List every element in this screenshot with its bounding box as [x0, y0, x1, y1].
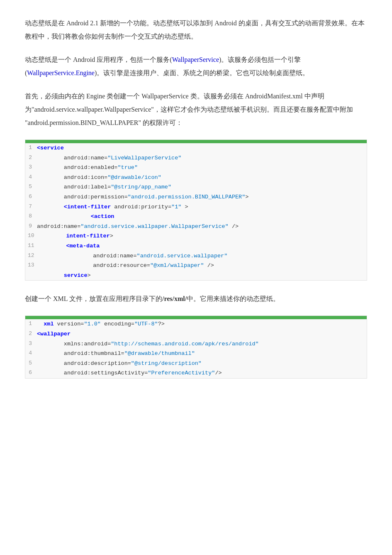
code2-content-4: android:thumbnail="@drawable/thumbnail" — [37, 349, 367, 358]
paragraph-1: 动态壁纸是在 Android 2.1 新增的一个功能。动态壁纸可以添加到 And… — [25, 17, 367, 43]
code-content-9: android:name="android.service.wallpaper.… — [37, 222, 367, 231]
para2-text-3: )。该引擎是连接用户、桌面、系统之间的桥梁。它也可以绘制桌面壁纸。 — [95, 69, 309, 76]
paragraph-2: 动态壁纸是一个 Android 应用程序，包括一个服务(WallpaperSer… — [25, 53, 367, 80]
code2-line-5: 5 android:description="@string/descripti… — [25, 359, 367, 369]
paragraph-3: 首先，必须由内在的 Engine 类创建一个 WallpaperService … — [25, 90, 367, 130]
code-line-2: 2 android:name="LiveWallpaperService" — [25, 153, 367, 163]
code-content-12: android:name="android.service.wallpaper" — [39, 252, 367, 261]
code-block-header-1 — [25, 140, 367, 143]
code-block-1: 1 <service 2 android:name="LiveWallpaper… — [25, 139, 367, 281]
code-line-9: 9 android:name="android.service.wallpape… — [25, 222, 367, 232]
para-after-text-2: 中。它用来描述你的动态壁纸。 — [187, 295, 280, 302]
para2-text-1: 动态壁纸是一个 Android 应用程序，包括一个服务( — [25, 56, 172, 63]
code-line-3: 3 android:enabled="true" — [25, 163, 367, 173]
code-content-4: android:icon="@drawable/icon" — [37, 173, 367, 182]
code2-num-5: 5 — [25, 359, 37, 368]
code-content-8: <action — [37, 212, 367, 221]
code-line-8: 8 <action — [25, 212, 367, 222]
para1-text: 动态壁纸是在 Android 2.1 新增的一个功能。动态壁纸可以添加到 And… — [25, 20, 365, 40]
code-content-2: android:name="LiveWallpaperService" — [37, 154, 367, 163]
para-after-text-1: 创建一个 XML 文件，放置在应用程序目录下的 — [25, 295, 162, 302]
code2-line-1: 1 xml version="1.0" encoding="UTF-8"?> — [25, 319, 367, 329]
code-content-11: <meta-data — [39, 242, 367, 251]
code-line-11: 11 <meta-data — [25, 241, 367, 251]
code-block-header-2 — [25, 316, 367, 319]
code-line-10: 10 intent-filter> — [25, 231, 367, 241]
code-line-6: 6 android:permission="android.permission… — [25, 192, 367, 202]
code-line-13: 13 android:resource="@xml/wallpaper" /> — [25, 261, 367, 271]
code-content-5: android:label="@string/app_name" — [37, 183, 367, 192]
code2-num-6: 6 — [25, 369, 37, 377]
code-content-1: <service — [37, 144, 367, 153]
code-line-5: 5 android:label="@string/app_name" — [25, 182, 367, 192]
wallpaper-engine-link[interactable]: WallpaperService.Engine — [27, 69, 95, 76]
code-content-3: android:enabled="true" — [37, 163, 367, 172]
code2-content-1: xml version="1.0" encoding="UTF-8"?> — [37, 320, 367, 329]
code2-content-5: android:description="@string/description… — [37, 359, 367, 368]
code2-num-1: 1 — [25, 320, 37, 328]
line-num-3: 3 — [25, 163, 37, 172]
code-line-14: service> — [25, 271, 367, 281]
bold-path: /res/xml/ — [162, 295, 187, 302]
line-num-6: 6 — [25, 193, 37, 201]
code2-line-2: 2 <wallpaper — [25, 329, 367, 339]
line-num-8: 8 — [25, 212, 37, 221]
code2-num-2: 2 — [25, 330, 37, 338]
line-num-7: 7 — [25, 203, 37, 211]
code-content-10: intent-filter> — [39, 232, 367, 241]
code2-num-4: 4 — [25, 349, 37, 358]
line-num-9: 9 — [25, 222, 37, 231]
code-line-12: 12 android:name="android.service.wallpap… — [25, 251, 367, 261]
code2-line-6: 6 android:settingsActivity="PreferenceAc… — [25, 368, 367, 378]
line-num-10: 10 — [25, 232, 39, 240]
line-num-1: 1 — [25, 144, 37, 152]
code2-line-4: 4 android:thumbnail="@drawable/thumbnail… — [25, 349, 367, 359]
line-num-11: 11 — [25, 242, 39, 250]
line-num-5: 5 — [25, 183, 37, 191]
code-content-13: android:resource="@xml/wallpaper" /> — [39, 261, 367, 270]
code2-line-3: 3 xmlns:android="http://schemas.android.… — [25, 339, 367, 349]
paragraph-after-block1: 创建一个 XML 文件，放置在应用程序目录下的/res/xml/中。它用来描述你… — [25, 292, 367, 306]
code-content-7: <intent-filter android:priority="1" > — [37, 203, 367, 212]
para3-text: 首先，必须由内在的 Engine 类创建一个 WallpaperService … — [25, 93, 353, 126]
code2-num-3: 3 — [25, 340, 37, 348]
code-content-6: android:permission="android.permission.B… — [37, 193, 367, 202]
code2-content-6: android:settingsActivity="PreferenceActi… — [37, 369, 367, 378]
code2-content-2: <wallpaper — [37, 330, 367, 339]
code-line-4: 4 android:icon="@drawable/icon" — [25, 173, 367, 183]
code-block-2: 1 xml version="1.0" encoding="UTF-8"?> 2… — [25, 315, 367, 379]
code2-content-3: xmlns:android="http://schemas.android.co… — [37, 340, 367, 349]
code-content-end: service> — [37, 271, 367, 280]
line-num-12: 12 — [25, 252, 39, 260]
code-line-7: 7 <intent-filter android:priority="1" > — [25, 202, 367, 212]
line-num-13: 13 — [25, 261, 39, 270]
code-line-1: 1 <service — [25, 143, 367, 153]
line-num-4: 4 — [25, 173, 37, 182]
wallpaper-service-link[interactable]: WallpaperService — [172, 56, 219, 63]
line-num-2: 2 — [25, 154, 37, 162]
